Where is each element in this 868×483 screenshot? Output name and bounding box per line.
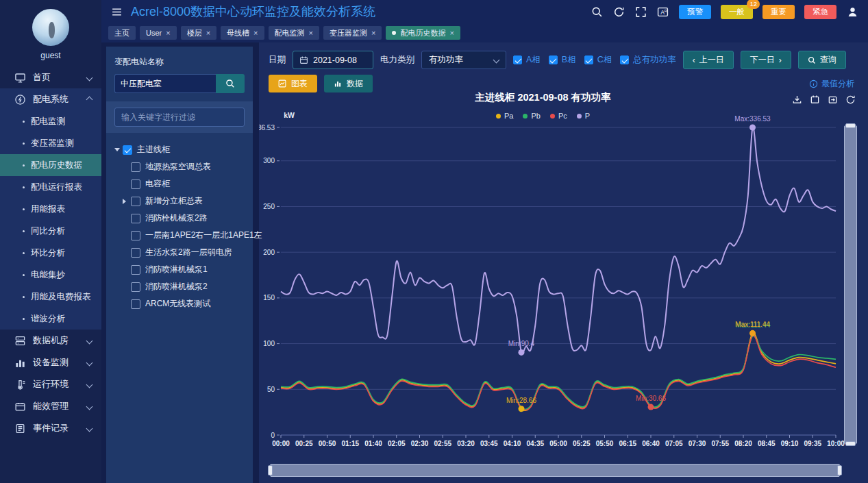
tree-node-root[interactable]: 主进线柜	[114, 141, 245, 158]
tree-checkbox[interactable]	[131, 248, 140, 258]
sidebar-item-配电系统[interactable]: 配电系统	[0, 88, 101, 110]
data-view-button[interactable]: 数据	[324, 75, 373, 92]
close-icon[interactable]: ×	[371, 29, 375, 37]
tab-User[interactable]: User×	[140, 26, 177, 40]
tree-checkbox[interactable]	[131, 231, 140, 240]
tree-filter-input[interactable]	[114, 108, 245, 127]
tree-node[interactable]: 地源热泵空调总表	[114, 158, 245, 175]
tree-node[interactable]: 消防喷淋机械泵1	[114, 261, 245, 278]
translate-icon[interactable]: AR	[657, 6, 669, 18]
sidebar-item-首页[interactable]: 首页	[0, 66, 101, 88]
close-icon[interactable]: ×	[449, 29, 454, 37]
alarm-button-紧急[interactable]: 紧急	[804, 5, 836, 19]
phase-checkbox-B相[interactable]: B相	[549, 54, 576, 66]
checkbox[interactable]	[513, 55, 522, 64]
datazoom-handle-left[interactable]	[268, 465, 273, 475]
tree-node[interactable]: 消防喷淋机械泵2	[114, 278, 245, 295]
sidebar-subitem-用能报表[interactable]: 用能报表	[0, 198, 101, 220]
tab-变压器监测[interactable]: 变压器监测×	[323, 26, 382, 40]
tree-node[interactable]: ARCM无线表测试	[114, 295, 245, 312]
x-tick-label: 07:55	[711, 440, 729, 447]
refresh-sync-icon[interactable]	[613, 6, 625, 18]
caret-down-icon[interactable]	[114, 148, 120, 151]
refresh-icon[interactable]	[845, 95, 856, 105]
close-icon[interactable]: ×	[166, 29, 170, 37]
tree-node[interactable]: 电容柜	[114, 175, 245, 193]
tree-checkbox[interactable]	[131, 282, 140, 292]
tree-checkbox[interactable]	[131, 179, 140, 189]
station-search-button[interactable]	[216, 74, 245, 93]
checkbox[interactable]	[620, 55, 629, 64]
tree-node[interactable]: 生活水泵2路一层弱电房	[114, 244, 245, 261]
sidebar-subitem-变压器监测[interactable]: 变压器监测	[0, 132, 101, 154]
tree-node-label: 电容柜	[145, 178, 170, 190]
datazoom-handle-top[interactable]	[845, 123, 856, 128]
checkbox[interactable]	[584, 55, 593, 64]
tab-配电监测[interactable]: 配电监测×	[269, 26, 319, 40]
sidebar-subitem-同比分析[interactable]: 同比分析	[0, 220, 101, 242]
datazoom-handle-bottom[interactable]	[845, 441, 856, 446]
sidebar-subitem-谐波分析[interactable]: 谐波分析	[0, 308, 101, 330]
zoom-box-icon[interactable]	[810, 95, 820, 105]
tree-checkbox[interactable]	[131, 197, 140, 206]
sidebar-item-数据机房[interactable]: 数据机房	[0, 330, 101, 351]
sidebar-subitem-配电监测[interactable]: 配电监测	[0, 110, 101, 132]
alarm-button-重要[interactable]: 重要	[762, 5, 795, 19]
datazoom-handle-right[interactable]	[837, 465, 842, 475]
tree-checkbox[interactable]	[123, 145, 132, 155]
sidebar-subitem-电能集抄[interactable]: 电能集抄	[0, 264, 101, 286]
tree-node[interactable]: 消防栓机械泵2路	[114, 210, 245, 227]
tree-checkbox[interactable]	[131, 162, 140, 172]
sidebar-subitem-配电历史数据[interactable]: 配电历史数据	[0, 154, 101, 176]
category-select[interactable]: 有功功率	[421, 51, 506, 69]
tree-node[interactable]: 新增分立柜总表	[114, 193, 245, 210]
alarm-button-预警[interactable]: 预警	[679, 5, 711, 19]
horizontal-datazoom-slider[interactable]	[270, 464, 840, 477]
vertical-datazoom-slider[interactable]	[844, 125, 857, 444]
tab-label: User	[146, 29, 162, 37]
next-day-button[interactable]: 下一日 ›	[741, 51, 791, 69]
phase-checkbox-C相[interactable]: C相	[584, 54, 612, 66]
caret-right-icon[interactable]	[123, 199, 126, 204]
query-button[interactable]: 查询	[798, 51, 846, 69]
marker-dot-Min:90.4	[519, 349, 525, 356]
phase-checkbox-A相[interactable]: A相	[513, 54, 541, 66]
close-icon[interactable]: ×	[309, 29, 313, 37]
tab-母线槽[interactable]: 母线槽×	[221, 26, 264, 40]
y-tick-label: 200	[263, 249, 275, 256]
close-icon[interactable]: ×	[206, 29, 210, 37]
chart-view-button[interactable]: 图表	[269, 75, 317, 92]
download-icon[interactable]	[792, 95, 802, 105]
user-avatar[interactable]	[32, 9, 69, 46]
x-tick-label: 10:00	[827, 440, 845, 447]
bullet-dot	[23, 318, 25, 320]
tree-node-label: 新增分立柜总表	[145, 195, 203, 207]
station-search-input[interactable]	[114, 74, 216, 93]
sidebar-subitem-用能及电费报表[interactable]: 用能及电费报表	[0, 286, 101, 308]
checkbox[interactable]	[549, 55, 558, 64]
max-analysis-link[interactable]: 最值分析	[809, 78, 854, 90]
tree-checkbox[interactable]	[131, 214, 140, 223]
sidebar-item-事件记录[interactable]: 事件记录	[0, 417, 101, 439]
date-picker[interactable]: 2021-09-08	[293, 51, 373, 69]
user-icon[interactable]	[847, 6, 858, 18]
restore-icon[interactable]	[828, 95, 838, 105]
phase-checkbox-总有功功率[interactable]: 总有功功率	[620, 54, 676, 66]
sidebar-item-运行环境[interactable]: 运行环境	[0, 373, 101, 395]
close-icon[interactable]: ×	[253, 29, 258, 37]
sidebar-item-设备监测[interactable]: 设备监测	[0, 351, 101, 373]
tab-楼层[interactable]: 楼层×	[181, 26, 216, 40]
sidebar-subitem-配电运行报表[interactable]: 配电运行报表	[0, 176, 101, 198]
tab-主页[interactable]: 主页	[108, 26, 136, 40]
tree-checkbox[interactable]	[131, 299, 140, 309]
fullscreen-icon[interactable]	[635, 6, 647, 18]
sidebar-item-能效管理[interactable]: 能效管理	[0, 395, 101, 417]
sidebar-subitem-环比分析[interactable]: 环比分析	[0, 242, 101, 264]
tree-node[interactable]: 一层南1APE2右一层北1APE1左	[114, 227, 245, 244]
prev-day-button[interactable]: ‹ 上一日	[683, 51, 734, 69]
collapse-menu-icon[interactable]	[111, 6, 123, 18]
alarm-button-一般[interactable]: 一般12	[721, 5, 753, 19]
tree-checkbox[interactable]	[131, 265, 140, 275]
search-icon[interactable]	[591, 6, 603, 18]
tab-配电历史数据[interactable]: 配电历史数据×	[386, 26, 460, 40]
